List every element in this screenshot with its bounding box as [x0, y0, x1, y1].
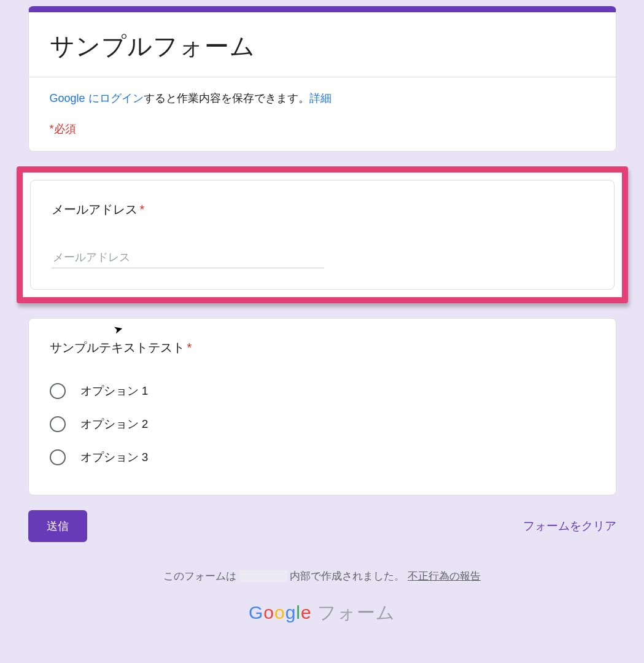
- highlight-frame: メールアドレス*: [17, 166, 628, 303]
- required-star-icon: *: [140, 203, 145, 216]
- report-abuse-link[interactable]: 不正行為の報告: [408, 570, 481, 582]
- login-info-line: Google にログインすると作業内容を保存できます。詳細: [50, 91, 595, 106]
- radio-option[interactable]: オプション 1: [50, 374, 595, 408]
- question-title-sample: ➤ サンプルテキストテスト*: [50, 339, 595, 356]
- question-title-email: メールアドレス*: [52, 201, 593, 218]
- footnote-prefix: このフォームは: [163, 570, 236, 582]
- redacted-org: xxxx: [239, 570, 287, 582]
- actions-row: 送信 フォームをクリア: [28, 510, 616, 542]
- logo-tail: フォーム: [312, 602, 395, 622]
- option-label: オプション 3: [80, 449, 149, 465]
- detail-link[interactable]: 詳細: [309, 92, 332, 104]
- radio-option[interactable]: オプション 2: [50, 408, 595, 441]
- question-title-text: サンプルテキストテスト: [50, 341, 185, 354]
- radio-icon: [50, 449, 66, 465]
- google-login-link[interactable]: Google にログイン: [50, 92, 144, 104]
- radio-icon: [50, 383, 66, 399]
- required-star-icon: *: [187, 341, 192, 354]
- question-card-email: メールアドレス*: [30, 180, 615, 290]
- form-header-card: サンプルフォーム Google にログインすると作業内容を保存できます。詳細 *…: [28, 6, 616, 152]
- login-tail-text: すると作業内容を保存できます。: [144, 92, 309, 104]
- required-note: *必須: [50, 122, 595, 136]
- cursor-icon: ➤: [112, 321, 124, 336]
- radio-icon: [50, 416, 66, 432]
- question-card-sample: ➤ サンプルテキストテスト* オプション 1 オプション 2 オプション 3: [28, 318, 616, 495]
- form-title: サンプルフォーム: [50, 29, 595, 63]
- option-label: オプション 1: [80, 383, 149, 399]
- option-label: オプション 2: [80, 416, 149, 432]
- email-input[interactable]: [52, 247, 324, 268]
- radio-option[interactable]: オプション 3: [50, 441, 595, 474]
- question-title-text: メールアドレス: [52, 203, 138, 216]
- clear-form-link[interactable]: フォームをクリア: [523, 518, 616, 534]
- google-forms-logo: Google フォーム: [0, 600, 644, 626]
- footnote-suffix: 内部で作成されました。: [290, 570, 405, 582]
- submit-button[interactable]: 送信: [28, 510, 87, 542]
- form-origin-note: このフォームは xxxx 内部で作成されました。 不正行為の報告: [0, 569, 644, 583]
